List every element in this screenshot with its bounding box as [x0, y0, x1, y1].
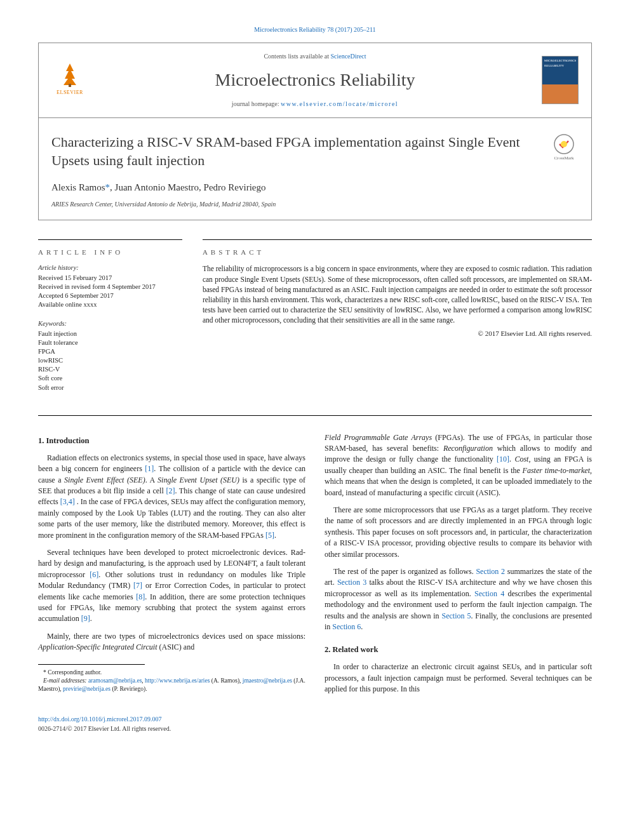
aries-url[interactable]: http://www.nebrija.es/aries [145, 677, 210, 684]
crossmark-label: CrossMark [554, 155, 573, 161]
info-abstract-row: ARTICLE INFO Article history: Received 1… [38, 239, 592, 416]
intro-p4: There are some microprocessors that use … [325, 505, 592, 560]
t: (P. Reviriego). [111, 686, 147, 692]
journal-title: Microelectronics Reliability [88, 67, 542, 93]
affiliation: ARIES Research Center, Universidad Anton… [51, 200, 579, 210]
authors-rest: , Juan Antonio Maestro, Pedro Reviriego [110, 182, 265, 192]
em-cost: Cost [514, 455, 528, 463]
article-history-label: Article history: [38, 263, 182, 272]
intro-p5: The rest of the paper is organized as fo… [325, 566, 592, 632]
em-seu: Single Event Upset (SEU) [158, 476, 239, 484]
body-columns: 1. Introduction Radiation effects on ele… [38, 432, 592, 698]
t: . A [145, 476, 158, 484]
homepage-link[interactable]: www.elsevier.com/locate/microrel [281, 100, 398, 107]
abstract-column: ABSTRACT The reliability of microprocess… [199, 239, 592, 403]
section-2-link[interactable]: Section 2 [476, 567, 505, 576]
keyword-6: Soft error [38, 383, 182, 392]
emails-line: E-mail addresses: aramosam@nebrija.es, h… [38, 677, 305, 693]
abstract-heading: ABSTRACT [203, 239, 592, 258]
contents-lists-line: Contents lists available at ScienceDirec… [88, 52, 542, 62]
email-ramos[interactable]: aramosam@nebrija.es [88, 677, 142, 684]
corresponding-note: * Corresponding author. [38, 669, 305, 677]
journal-box: ELSEVIER Contents lists available at Sci… [38, 43, 592, 220]
ref-8[interactable]: [8] [136, 592, 145, 601]
footnotes: * Corresponding author. E-mail addresses… [38, 664, 305, 693]
abstract-copyright: © 2017 Elsevier Ltd. All rights reserved… [203, 329, 592, 339]
section-3-link[interactable]: Section 3 [337, 578, 366, 587]
em-see: Single Event Effect (SEE) [64, 476, 145, 484]
page-footer: http://dx.doi.org/10.1016/j.microrel.201… [38, 715, 592, 733]
authors-line: Alexis Ramos*, Juan Antonio Maestro, Ped… [51, 181, 579, 195]
ref-1[interactable]: [1] [145, 464, 154, 473]
t: (A. Ramos), [210, 677, 242, 684]
journal-homepage-line: journal homepage: www.elsevier.com/locat… [88, 100, 542, 109]
ref-2[interactable]: [2] [166, 486, 175, 495]
intro-p3a: Mainly, there are two types of microelec… [38, 631, 305, 653]
issn-copyright: 0026-2714/© 2017 Elsevier Ltd. All right… [38, 724, 592, 734]
homepage-prefix: journal homepage: [232, 100, 281, 107]
crossmark-icon [553, 133, 575, 155]
elsevier-tree-icon [57, 60, 83, 88]
keyword-0: Fault injection [38, 330, 182, 338]
email-maestro[interactable]: jmaestro@nebrija.es [243, 677, 292, 684]
elsevier-logo: ELSEVIER [51, 60, 88, 100]
t: Mainly, there are two types of microelec… [47, 632, 305, 641]
article-title: Characterizing a RISC-V SRAM-based FPGA … [51, 133, 549, 170]
ref-5[interactable]: [5] [265, 531, 274, 540]
article-info-column: ARTICLE INFO Article history: Received 1… [38, 239, 199, 403]
related-work-heading: 2. Related work [325, 644, 592, 655]
keyword-5: Soft core [38, 374, 182, 383]
section-6-link[interactable]: Section 6 [332, 622, 361, 631]
section-5-link[interactable]: Section 5 [442, 611, 471, 620]
sciencedirect-link[interactable]: ScienceDirect [330, 53, 366, 60]
footnote-separator [38, 664, 145, 665]
t: . [361, 622, 363, 631]
t: (ASIC) and [158, 643, 195, 651]
contents-prefix: Contents lists available at [264, 53, 330, 60]
em-fpga: Field Programmable Gate Arrays [325, 433, 432, 442]
intro-p2: Several techniques have been developed t… [38, 547, 305, 625]
t: . [90, 614, 92, 623]
keyword-4: RISC-V [38, 365, 182, 374]
em-asic: Application-Specific Integrated Circuit [38, 643, 158, 651]
t: The rest of the paper is organized as fo… [333, 567, 476, 576]
doi-link[interactable]: http://dx.doi.org/10.1016/j.microrel.201… [38, 716, 162, 723]
intro-heading: 1. Introduction [38, 435, 305, 446]
journal-center: Contents lists available at ScienceDirec… [88, 52, 542, 109]
journal-header: ELSEVIER Contents lists available at Sci… [39, 43, 591, 119]
section-4-link[interactable]: Section 4 [474, 589, 504, 598]
keyword-1: Fault tolerance [38, 338, 182, 347]
keyword-2: FPGA [38, 347, 182, 356]
em-ttm: Faster time-to-market [523, 466, 590, 475]
history-accepted: Accepted 6 September 2017 [38, 291, 182, 300]
ref-9[interactable]: [9] [81, 614, 90, 623]
intro-p1: Radiation effects on electronics systems… [38, 453, 305, 541]
article-info-heading: ARTICLE INFO [38, 239, 182, 258]
corresponding-author-star[interactable]: * [105, 182, 111, 192]
history-received: Received 15 February 2017 [38, 274, 182, 283]
header-citation: Microelectronics Reliability 78 (2017) 2… [38, 25, 592, 35]
history-online: Available online xxxx [38, 300, 182, 309]
t: . [274, 531, 276, 540]
crossmark-badge[interactable]: CrossMark [549, 133, 579, 163]
elsevier-logo-label: ELSEVIER [57, 89, 83, 97]
keywords-block: Keywords: Fault injection Fault toleranc… [38, 319, 182, 392]
author-1: Alexis Ramos [51, 182, 105, 192]
email-reviriego[interactable]: previrie@nebrija.es [63, 686, 111, 692]
keyword-3: lowRISC [38, 356, 182, 365]
article-header: Characterizing a RISC-V SRAM-based FPGA … [39, 118, 591, 219]
ref-10[interactable]: [10] [497, 455, 509, 463]
ref-3-4[interactable]: [3,4] [60, 497, 75, 506]
svg-rect-0 [69, 84, 71, 87]
svg-point-2 [561, 141, 567, 147]
em-reconf: Reconfiguration [443, 444, 493, 453]
ref-6[interactable]: [6] [90, 570, 98, 579]
abstract-text: The reliability of microprocessors is a … [203, 263, 592, 325]
intro-p3b: Field Programmable Gate Arrays (FPGAs). … [325, 432, 592, 498]
emails-label: E-mail addresses: [43, 677, 88, 684]
journal-cover-thumbnail: MICROELECTRONICS RELIABILITY [542, 56, 579, 104]
keywords-label: Keywords: [38, 319, 182, 328]
ref-7[interactable]: [7] [133, 581, 142, 590]
history-revised: Received in revised form 4 September 201… [38, 283, 182, 291]
related-p1: In order to characterize an electronic c… [325, 662, 592, 695]
